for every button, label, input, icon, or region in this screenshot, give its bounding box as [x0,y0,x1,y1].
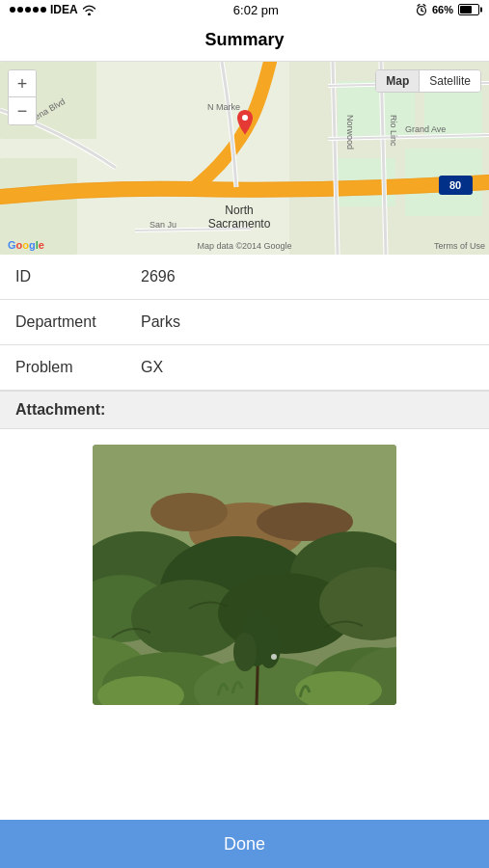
svg-text:Rio Linc: Rio Linc [389,115,398,147]
signal-dot [33,7,39,13]
status-left: IDEA [10,3,96,16]
map-type-map-button[interactable]: Map [376,70,419,92]
map-data-text: Map data ©2014 Google [197,241,291,251]
status-bar: IDEA 6:02 pm 66% [0,0,489,19]
map-type-satellite-button[interactable]: Satellite [420,70,480,92]
svg-point-45 [233,633,257,671]
page-title: Summary [204,30,284,50]
battery-percent: 66% [432,4,453,15]
department-label: Department [15,313,141,331]
svg-point-49 [271,654,277,660]
attachment-header: Attachment: [0,391,489,429]
map-terms-text: Terms of Use [434,241,485,251]
done-button[interactable]: Done [0,820,489,868]
alarm-icon [416,4,427,15]
svg-text:San Ju: San Ju [149,220,177,230]
map-pin [233,110,257,141]
map-container[interactable]: 80 Arena Blvd N Marke Norwood Rio Linc G… [0,62,489,255]
signal-dot [41,7,46,13]
svg-point-46 [258,626,281,668]
svg-line-2 [421,11,423,12]
id-label: ID [15,268,141,285]
svg-text:North: North [225,203,253,217]
svg-point-25 [242,115,248,121]
problem-label: Problem [15,359,141,376]
zoom-in-button[interactable]: + [9,70,36,97]
id-value: 2696 [141,268,176,285]
signal-dot [17,7,23,13]
nav-bar: Summary [0,19,489,62]
department-value: Parks [141,313,180,331]
map-type-buttons: Map Satellite [375,69,481,93]
carrier-label: IDEA [50,3,78,16]
battery-icon [458,4,479,15]
zoom-out-button[interactable]: − [9,97,36,124]
info-section: ID 2696 Department Parks Problem GX [0,255,489,391]
battery-fill [460,6,472,14]
svg-text:Norwood: Norwood [345,115,355,149]
status-right: 66% [416,4,479,15]
svg-point-29 [150,493,228,531]
problem-value: GX [141,359,163,376]
map-controls: + − [8,69,37,125]
signal-dot [25,7,31,13]
svg-text:Sacramento: Sacramento [208,217,271,231]
google-logo: Google [8,239,44,251]
attachment-area [0,429,489,820]
landscape-photo [93,445,396,705]
attachment-title: Attachment: [15,401,105,418]
wifi-icon [82,5,96,15]
signal-bars [10,7,46,13]
info-row-department: Department Parks [0,300,489,345]
signal-dot [10,7,15,13]
info-row-id: ID 2696 [0,255,489,300]
status-time: 6:02 pm [233,3,279,17]
svg-line-3 [418,5,420,7]
svg-line-4 [423,5,425,7]
attachment-image [93,445,396,705]
svg-text:Grand Ave: Grand Ave [405,124,446,134]
location-pin-icon [233,110,257,141]
svg-text:80: 80 [449,179,461,191]
info-row-problem: Problem GX [0,345,489,391]
